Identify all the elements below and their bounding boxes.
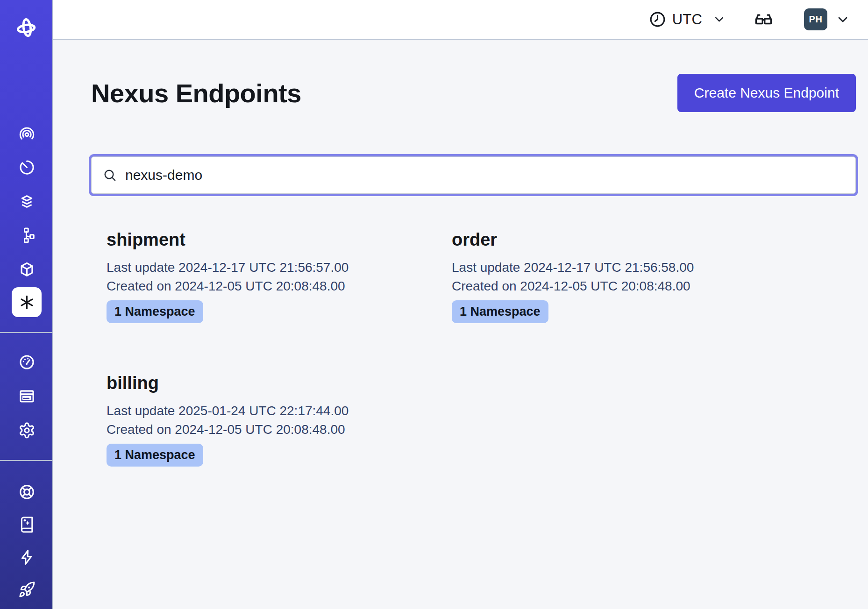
topbar: UTC PH [53, 0, 868, 40]
endpoint-card-shipment[interactable]: shipment Last update 2024-12-17 UTC 21:5… [91, 215, 436, 337]
endpoint-created: Created on 2024-12-05 UTC 20:08:48.00 [452, 277, 782, 296]
search-input[interactable] [125, 167, 844, 183]
sidebar [0, 0, 53, 609]
chevron-down-icon [712, 13, 726, 26]
sidebar-item-docs[interactable] [12, 510, 42, 539]
namespace-badge: 1 Namespace [452, 300, 548, 323]
book-sparkles-icon [18, 516, 36, 533]
sidebar-item-deployments[interactable] [12, 220, 42, 250]
endpoint-last-update: Last update 2025-01-24 UTC 22:17:44.00 [107, 402, 436, 420]
endpoint-name: order [452, 229, 782, 250]
data-converter-button[interactable] [753, 9, 774, 30]
sidebar-item-nexus[interactable] [12, 287, 42, 317]
namespace-badge: 1 Namespace [107, 300, 203, 323]
endpoint-name: shipment [107, 229, 436, 250]
clock-icon [649, 11, 666, 28]
namespace-badge: 1 Namespace [107, 444, 203, 467]
sidebar-item-workflows[interactable] [12, 119, 42, 149]
sidebar-item-usage[interactable] [12, 347, 42, 377]
temporal-logo-icon[interactable] [12, 13, 42, 43]
title-row: Nexus Endpoints Create Nexus Endpoint [91, 74, 856, 112]
timezone-selector[interactable]: UTC [649, 11, 726, 28]
sidebar-item-packages[interactable] [12, 255, 42, 284]
sidebar-divider [0, 460, 53, 461]
content: Nexus Endpoints Create Nexus Endpoint sh… [53, 40, 868, 609]
layers-icon [18, 193, 36, 211]
search-icon [103, 168, 117, 183]
create-nexus-endpoint-button[interactable]: Create Nexus Endpoint [677, 74, 856, 112]
main-area: UTC PH Nexus Endpoints Create Nexus Endp… [53, 0, 868, 609]
chevron-down-icon [835, 12, 850, 27]
gear-icon [18, 422, 36, 439]
avatar[interactable]: PH [804, 8, 827, 30]
cube-icon [18, 261, 36, 278]
sidebar-item-schedules[interactable] [12, 152, 42, 182]
timezone-label: UTC [672, 11, 702, 28]
endpoint-last-update: Last update 2024-12-17 UTC 21:56:58.00 [452, 258, 782, 277]
search-box [91, 156, 856, 194]
sidebar-divider [0, 332, 53, 333]
endpoint-card-billing[interactable]: billing Last update 2025-01-24 UTC 22:17… [91, 359, 436, 481]
schedules-icon [18, 159, 36, 176]
sidebar-item-billing[interactable] [12, 381, 42, 411]
account-menu-button[interactable] [835, 12, 850, 27]
endpoint-created: Created on 2024-12-05 UTC 20:08:48.00 [107, 420, 436, 439]
life-buoy-icon [18, 483, 36, 501]
endpoint-name: billing [107, 373, 436, 393]
rocket-icon [18, 581, 36, 598]
sidebar-item-getting-started[interactable] [12, 574, 42, 604]
gauge-icon [18, 354, 36, 371]
workflows-icon [18, 126, 36, 143]
endpoint-last-update: Last update 2024-12-17 UTC 21:56:57.00 [107, 258, 436, 277]
endpoint-list: shipment Last update 2024-12-17 UTC 21:5… [91, 215, 856, 481]
endpoint-card-order[interactable]: order Last update 2024-12-17 UTC 21:56:5… [436, 215, 782, 337]
glasses-icon [753, 9, 774, 30]
credit-card-icon [18, 388, 36, 405]
sidebar-item-support[interactable] [12, 477, 42, 507]
endpoint-created: Created on 2024-12-05 UTC 20:08:48.00 [107, 277, 436, 296]
lightning-icon [18, 549, 36, 566]
page-title: Nexus Endpoints [91, 78, 301, 108]
sidebar-item-settings[interactable] [12, 415, 42, 445]
sidebar-item-events[interactable] [12, 542, 42, 572]
sidebar-item-batch-operations[interactable] [12, 187, 42, 217]
nexus-asterisk-icon [18, 294, 36, 311]
workflow-graph-icon [18, 227, 36, 244]
